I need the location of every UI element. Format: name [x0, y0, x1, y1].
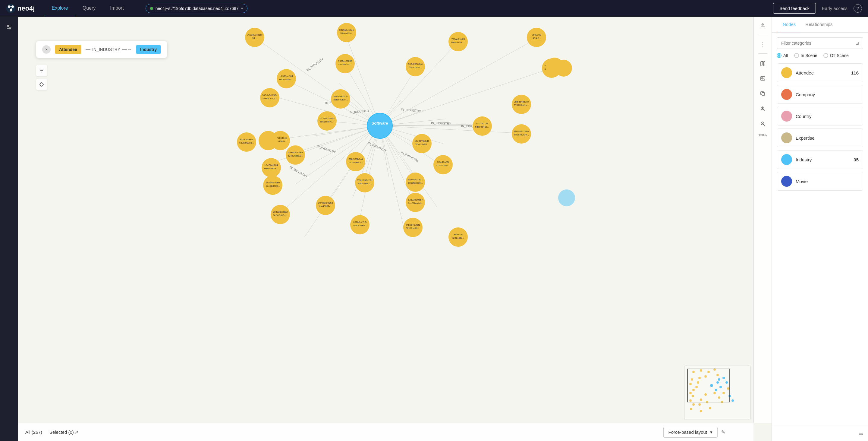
zoom-level: 130% [758, 133, 767, 137]
svg-point-198 [732, 400, 734, 402]
svg-text:278a4d79d...: 278a4d79d... [340, 32, 354, 35]
db-name: neo4j+s://19bfd7db.databases.neo4j.io:76… [156, 6, 239, 11]
legend-popup: × Attendee — IN_INDUSTRY —→ Industry [36, 41, 167, 58]
svg-point-180 [698, 403, 701, 406]
tab-nodes[interactable]: Nodes [778, 17, 801, 32]
filter-categories-input[interactable] [777, 38, 863, 49]
svg-text:IN_INDUSTRY: IN_INDUSTRY [349, 109, 370, 114]
svg-text:0425a8ec7ee: 0425a8ec7ee [339, 29, 354, 31]
category-item-industry[interactable]: Industry 35 [777, 150, 863, 169]
svg-text:7b75482cb...: 7b75482cb... [338, 63, 352, 66]
nav-tab-query[interactable]: Query [75, 1, 103, 16]
svg-point-181 [700, 410, 702, 412]
svg-text:163840c8c3...: 163840c8c3... [262, 97, 277, 100]
svg-text:607b6cd7e5: 607b6cd7e5 [353, 221, 367, 224]
nav-tab-import[interactable]: Import [103, 1, 131, 16]
map-icon[interactable] [757, 58, 768, 69]
category-name-industry: Industry [796, 157, 850, 162]
svg-line-39 [380, 126, 516, 133]
svg-text:852e242f39...: 852e242f39... [514, 133, 529, 136]
layout-selector[interactable]: Force-based layout ▾ [663, 427, 718, 438]
sliders-icon[interactable] [4, 22, 14, 33]
svg-text:c4be64fa4cf1: c4be64fa4cf1 [406, 224, 421, 226]
three-dots-icon[interactable]: ⋮ [758, 39, 767, 49]
radio-off-scene[interactable]: Off Scene [824, 53, 849, 58]
svg-text:7693883c41bf: 7693883c41bf [247, 33, 262, 36]
svg-point-179 [700, 399, 702, 401]
svg-text:ea5ec3c: ea5ec3c [454, 233, 463, 236]
svg-point-86 [546, 58, 564, 76]
db-status-dot [150, 7, 153, 10]
svg-text:0b8b1486e...: 0b8b1486e... [264, 167, 278, 170]
legend-close-button[interactable]: × [42, 45, 51, 54]
category-color-attendee [781, 67, 792, 78]
svg-text:0d567baed...: 0d567baed... [279, 78, 293, 81]
category-name-expertise: Expertise [796, 136, 855, 141]
expand-icon[interactable]: ↗ [74, 429, 79, 436]
svg-point-189 [727, 387, 730, 390]
svg-text:7c6ba2ae4...: 7c6ba2ae4... [353, 224, 367, 227]
svg-text:IN_INDUSTRY: IN_INDUSTRY [431, 121, 451, 125]
help-icon[interactable]: ? [854, 4, 862, 13]
category-item-attendee[interactable]: Attendee 116 [777, 63, 863, 82]
zoom-out-icon[interactable] [757, 118, 768, 129]
svg-point-173 [692, 389, 695, 391]
minimap[interactable] [684, 365, 750, 420]
db-selector[interactable]: neo4j+s://19bfd7db.databases.neo4j.io:76… [146, 4, 247, 13]
logo-text: neo4j [18, 4, 35, 12]
center-node[interactable]: IN_INDUSTRY IN_INDUSTRY IN_INDUSTRY IN_I… [237, 23, 575, 247]
svg-point-196 [725, 381, 728, 384]
svg-point-0 [6, 4, 16, 13]
svg-text:eec1a6fc77...: eec1a6fc77... [320, 120, 334, 123]
canvas-right-tools: ⋮ [753, 17, 772, 423]
category-item-company[interactable]: Company [777, 85, 863, 104]
layout-chevron-icon: ▾ [710, 430, 712, 435]
svg-point-160 [558, 189, 575, 206]
early-access-label: Early access [822, 6, 847, 11]
edit-icon[interactable]: ✎ [721, 429, 725, 435]
svg-text:5e362e67d...: 5e362e67d... [273, 214, 287, 216]
svg-text:9df5e52f39...: 9df5e52f39... [334, 98, 348, 101]
logo: neo4j [6, 4, 35, 13]
svg-text:54...: 54... [252, 37, 257, 39]
tab-relationships[interactable]: Relationships [801, 17, 837, 32]
svg-text:30f0d1f06262: 30f0d1f06262 [318, 202, 333, 204]
view-filter-radio-group: All In Scene Off Scene [777, 53, 863, 58]
svg-point-165 [713, 368, 716, 371]
svg-text:02df9ac3fe...: 02df9ac3fe... [406, 227, 420, 230]
category-item-expertise[interactable]: Expertise [777, 128, 863, 147]
main-layout: × Attendee — IN_INDUSTRY —→ Industry [0, 17, 868, 441]
divider2 [758, 53, 767, 54]
radio-all-circle [777, 53, 781, 58]
svg-text:8ae4d201a07: 8ae4d201a07 [408, 178, 423, 181]
layout-label: Force-based layout [669, 430, 707, 435]
upload-icon[interactable] [757, 20, 768, 31]
graph-canvas[interactable]: × Attendee — IN_INDUSTRY —→ Industry [18, 17, 772, 441]
svg-text:IN_INDUSTRY: IN_INDUSTRY [401, 108, 421, 113]
bottom-stats: All (267) Selected (0) [25, 430, 74, 435]
svg-text:0ce39d400...: 0ce39d400... [266, 185, 280, 187]
zoom-in-icon[interactable] [757, 103, 768, 114]
svg-point-176 [689, 400, 692, 402]
category-item-movie[interactable]: Movie [777, 172, 863, 190]
copy-icon[interactable] [757, 88, 768, 99]
svg-text:1474e1...: 1474e1... [531, 37, 541, 39]
radio-all[interactable]: All [777, 53, 788, 58]
right-panel-content: ⊿ All In Scene Off Scene [772, 33, 868, 427]
svg-text:e2970ac804: e2970ac804 [280, 75, 293, 78]
table-icon[interactable]: ⇒ [859, 431, 863, 437]
radio-in-scene[interactable]: In Scene [794, 53, 817, 58]
filter-input-wrapper: ⊿ [777, 37, 863, 49]
svg-text:799ae81e85: 799ae81e85 [452, 38, 465, 40]
nav-tab-explore[interactable]: Explore [44, 1, 75, 16]
image-icon[interactable] [757, 73, 768, 84]
svg-text:a3b83400557: a3b83400557 [408, 199, 423, 201]
svg-point-164 [707, 371, 710, 373]
svg-rect-206 [762, 93, 765, 95]
send-feedback-button[interactable]: Send feedback [773, 3, 816, 13]
legend-attendee-node: Attendee [55, 45, 82, 54]
category-item-country[interactable]: Country [777, 107, 863, 125]
svg-text:86278331284: 86278331284 [514, 130, 529, 133]
svg-point-195 [722, 377, 725, 379]
category-name-company: Company [796, 92, 855, 97]
